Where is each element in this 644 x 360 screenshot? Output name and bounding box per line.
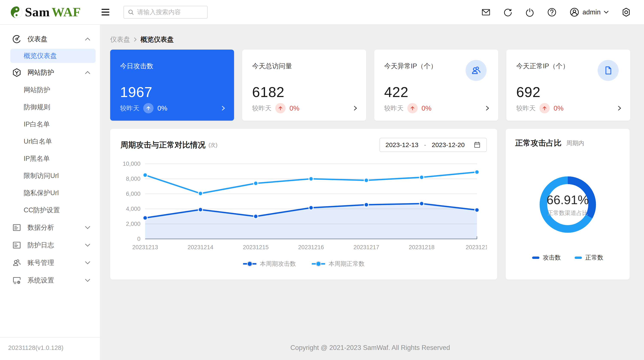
date-range-picker[interactable]: 2023-12-13 - 2023-12-20 <box>380 138 487 152</box>
donut-title: 正常攻击占比 <box>515 138 562 148</box>
shield-hex-icon <box>12 68 22 77</box>
line-legend-item[interactable]: 本周期攻击数 <box>243 260 296 268</box>
legend-marker-icon <box>532 256 540 259</box>
sidebar-item-label: IP白名单 <box>24 120 50 129</box>
card-value: 1967 <box>120 84 224 100</box>
compare-label: 较昨天 <box>516 104 536 113</box>
sidebar-item-url-whitelist[interactable]: Url白名单 <box>0 133 100 150</box>
chevron-right-icon[interactable] <box>222 106 225 111</box>
donut-subtitle: 周期内 <box>566 139 584 147</box>
stat-card-today-abnormal-ip[interactable]: 今天异常IP（个） 422 较昨天 0% <box>374 50 498 121</box>
sidebar-item-account-management[interactable]: 账号管理 <box>0 254 100 272</box>
sidebar-item-overview-dashboard[interactable]: 概览仪表盘 <box>10 49 96 63</box>
chevron-up-icon <box>85 71 90 74</box>
sidebar-item-ip-blacklist[interactable]: IP黑名单 <box>0 150 100 167</box>
svg-text:20231218: 20231218 <box>409 244 434 250</box>
sidebar-item-label: 网站防护 <box>24 86 50 94</box>
svg-text:4,000: 4,000 <box>126 206 140 212</box>
sidebar-item-protection-logs[interactable]: 防护日志 <box>0 236 100 254</box>
sidebar-item-label: 数据分析 <box>28 223 79 232</box>
chevron-down-icon <box>85 244 90 247</box>
card-title: 今天总访问量 <box>252 62 356 71</box>
sidebar-item-dashboard[interactable]: 仪表盘 <box>0 30 100 48</box>
sidebar-item-site-protection-group[interactable]: 网站防护 <box>0 64 100 81</box>
stat-card-today-attacks[interactable]: 今日攻击数 1967 较昨天 0% <box>110 50 234 121</box>
sidebar-item-label: 仪表盘 <box>28 34 79 44</box>
chevron-right-icon <box>134 37 137 42</box>
sidebar-item-label: IP黑名单 <box>24 154 50 163</box>
sidebar-item-data-analysis[interactable]: 数据分析 <box>0 219 100 236</box>
sidebar-item-site-protection[interactable]: 网站防护 <box>0 81 100 98</box>
breadcrumb-parent[interactable]: 仪表盘 <box>110 35 130 44</box>
percent-value: 0% <box>422 104 432 112</box>
username-label: admin <box>582 8 600 16</box>
sidebar-item-label: 限制访问Url <box>24 171 59 180</box>
donut-legend-item[interactable]: 攻击数 <box>532 254 561 262</box>
refresh-icon[interactable] <box>503 8 512 17</box>
search-box <box>124 6 208 19</box>
help-icon[interactable] <box>547 7 557 17</box>
donut-panel: 正常攻击占比 周期内 66.91% 正常数渠道占比 攻击数正常数 <box>506 129 630 280</box>
app-logo[interactable]: SamWAF <box>10 5 81 20</box>
header-actions: admin <box>481 7 631 18</box>
settings-gear-icon[interactable] <box>621 7 631 17</box>
legend-label: 本周期正常数 <box>328 260 365 268</box>
chevron-up-icon <box>85 37 90 41</box>
search-input[interactable] <box>137 8 203 16</box>
legend-label: 攻击数 <box>543 254 561 262</box>
sidebar-item-defense-rules[interactable]: 防御规则 <box>0 98 100 116</box>
file-icon <box>598 60 619 81</box>
line-chart-svg: 02,0004,0006,0008,00010,0002023121320231… <box>120 156 487 259</box>
sidebar-item-label: 防护日志 <box>28 241 79 250</box>
svg-text:0: 0 <box>137 236 140 242</box>
user-menu[interactable]: admin <box>569 7 609 18</box>
percent-value: 0% <box>158 104 167 112</box>
user-group-icon <box>12 258 22 268</box>
sidebar: 仪表盘 概览仪表盘 网站防护 网 <box>0 25 100 360</box>
stat-cards-row: 今日攻击数 1967 较昨天 0% 今天总访问量 6182 较昨天 <box>110 50 630 121</box>
menu-toggle-button[interactable] <box>102 9 109 16</box>
version-label: 20231128(v1.0.128) <box>0 337 100 360</box>
sidebar-item-label: Url白名单 <box>24 137 52 146</box>
sidebar-item-cc-protection[interactable]: CC防护设置 <box>0 202 100 219</box>
sidebar-item-ip-whitelist[interactable]: IP白名单 <box>0 116 100 133</box>
percent-value: 0% <box>554 104 564 112</box>
panels-row: 周期攻击与正常对比情况 (次) 2023-12-13 - 2023-12-20 <box>110 129 630 280</box>
monitor-gear-icon <box>12 276 22 285</box>
stat-card-today-visits[interactable]: 今天总访问量 6182 较昨天 0% <box>242 50 366 121</box>
card-value: 692 <box>516 84 620 100</box>
document-list-icon <box>12 223 22 232</box>
sidebar-item-privacy-url[interactable]: 隐私保护Url <box>0 184 100 202</box>
legend-label: 正常数 <box>586 254 604 262</box>
yinyang-logo-icon <box>10 6 23 18</box>
sidebar-item-label: 系统设置 <box>28 276 79 285</box>
mail-icon[interactable] <box>481 8 491 17</box>
legend-marker-icon <box>311 261 326 266</box>
user-avatar-icon <box>569 7 580 18</box>
donut-center: 66.91% 正常数渠道占比 <box>536 172 600 237</box>
date-separator: - <box>424 141 426 148</box>
power-icon[interactable] <box>525 8 534 17</box>
sidebar-item-label: 隐私保护Url <box>24 188 59 198</box>
card-title: 今日攻击数 <box>120 62 224 71</box>
line-legend-item[interactable]: 本周期正常数 <box>311 260 365 268</box>
compare-label: 较昨天 <box>384 104 404 113</box>
sidebar-item-system-settings[interactable]: 系统设置 <box>0 272 100 289</box>
user-group-icon <box>466 60 486 81</box>
svg-text:2023121: 2023121 <box>466 244 487 250</box>
chevron-right-icon[interactable] <box>486 106 489 111</box>
svg-text:20231214: 20231214 <box>188 244 213 250</box>
search-icon <box>128 9 134 16</box>
sidebar-nav: 仪表盘 概览仪表盘 网站防护 网 <box>0 25 100 289</box>
stat-card-today-normal-ip[interactable]: 今天正常IP（个） 692 较昨天 0% <box>506 50 630 121</box>
donut-legend-item[interactable]: 正常数 <box>575 254 604 262</box>
chevron-right-icon[interactable] <box>354 106 357 111</box>
compare-label: 较昨天 <box>120 104 139 113</box>
log-file-icon <box>12 240 22 250</box>
date-start: 2023-12-13 <box>386 141 418 148</box>
legend-marker-icon <box>243 261 257 266</box>
chevron-right-icon[interactable] <box>618 106 621 111</box>
copyright-text: Copyright @ 2021-2023 SamWaf. All Rights… <box>110 344 630 352</box>
sidebar-item-restricted-url[interactable]: 限制访问Url <box>0 167 100 184</box>
compare-label: 较昨天 <box>252 104 272 113</box>
